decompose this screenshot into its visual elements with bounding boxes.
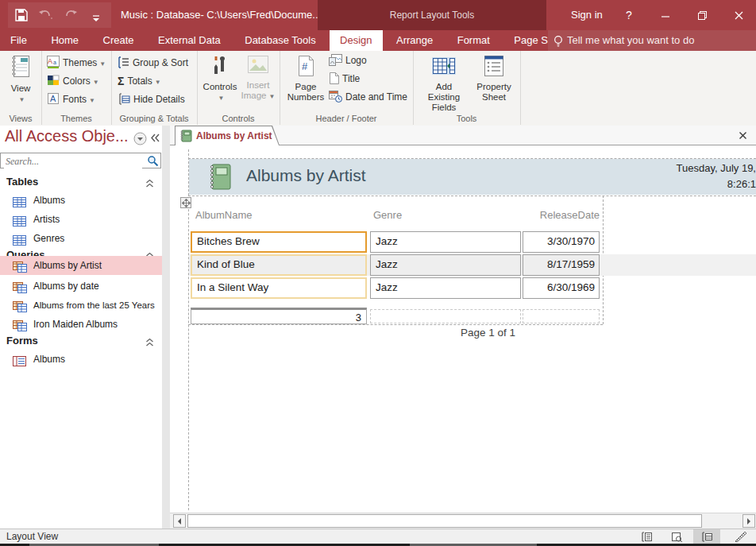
- scroll-left-icon[interactable]: [173, 514, 186, 528]
- empty-total-placeholder[interactable]: [523, 309, 600, 323]
- cell-album-1[interactable]: Bitches Brew: [191, 231, 367, 253]
- svg-text:A: A: [50, 94, 56, 103]
- undo-icon[interactable]: [38, 9, 51, 21]
- view-button[interactable]: View ▼: [1, 53, 40, 105]
- tab-file[interactable]: File: [0, 30, 37, 51]
- cell-album-3[interactable]: In a Silent Way: [191, 277, 367, 299]
- tab-external-data[interactable]: External Data: [148, 30, 231, 51]
- nav-item-label: Artists: [33, 214, 60, 225]
- nav-item-table-genres[interactable]: Genres: [0, 229, 162, 248]
- cell-date-3[interactable]: 6/30/1969: [523, 277, 600, 299]
- report-view-icon[interactable]: [633, 529, 660, 544]
- cell-date-2[interactable]: 8/17/1959: [523, 254, 600, 276]
- cell-date-1[interactable]: 3/30/1970: [523, 231, 600, 253]
- property-sheet-button[interactable]: Property Sheet: [473, 53, 515, 103]
- design-view-icon[interactable]: [727, 529, 754, 544]
- total-count-cell[interactable]: 3: [191, 308, 367, 324]
- minimize-button[interactable]: [648, 0, 683, 30]
- collapse-pane-icon[interactable]: [150, 132, 160, 146]
- help-button[interactable]: ?: [615, 0, 642, 30]
- group-sort-button[interactable]: Group & Sort: [118, 55, 188, 72]
- report-title[interactable]: Albums by Artist: [246, 166, 366, 185]
- document-tab-albums-by-artist[interactable]: Albums by Artist: [176, 126, 279, 145]
- insert-image-label2: Image: [241, 91, 267, 100]
- group-label-themes: Themes: [41, 114, 111, 123]
- title-bar: Music : Database- C:\Users\Fred\Docume..…: [0, 0, 756, 30]
- title-button[interactable]: Title: [329, 71, 360, 87]
- nav-item-form-albums[interactable]: Albums: [0, 350, 162, 369]
- totals-button[interactable]: ΣTotals▼: [118, 73, 161, 90]
- search-input[interactable]: [4, 155, 142, 169]
- print-preview-icon[interactable]: [663, 529, 690, 544]
- tab-create[interactable]: Create: [93, 30, 145, 51]
- search-icon[interactable]: [147, 155, 159, 170]
- date-time-button[interactable]: Date and Time: [329, 89, 407, 106]
- tab-database-tools[interactable]: Database Tools: [234, 30, 326, 51]
- hide-details-icon: [118, 93, 130, 110]
- column-header-albumname[interactable]: AlbumName: [195, 209, 253, 221]
- nav-group-tables-label: Tables: [6, 176, 38, 188]
- layout-view-icon[interactable]: [693, 529, 720, 544]
- column-header-genre[interactable]: Genre: [373, 209, 402, 221]
- insert-image-label1: Insert: [247, 80, 270, 90]
- empty-total-placeholder[interactable]: [370, 309, 521, 323]
- totals-label: Totals: [127, 76, 152, 87]
- fonts-button[interactable]: A Fonts▼: [47, 91, 95, 108]
- navigation-pane: All Access Obje... Tables Albums Artists: [0, 126, 163, 529]
- tab-design[interactable]: Design: [330, 30, 382, 51]
- move-handle-icon[interactable]: [180, 197, 191, 208]
- ribbon-tab-row: File Home Create External Data Database …: [0, 30, 756, 51]
- themes-button[interactable]: Aa Themes▼: [47, 55, 106, 72]
- nav-item-query-albums-by-artist[interactable]: Albums by Artist: [0, 256, 162, 275]
- close-window-button[interactable]: [721, 0, 756, 30]
- tell-me-box[interactable]: Tell me what you want to do: [548, 30, 756, 51]
- access-window: Music : Database- C:\Users\Fred\Docume..…: [0, 0, 756, 546]
- cell-genre-3[interactable]: Jazz: [370, 277, 521, 299]
- ribbon-group-tools: Add Existing Fields Property Sheet Tools: [413, 51, 521, 125]
- close-document-icon[interactable]: [735, 128, 750, 142]
- add-existing-fields-button[interactable]: Add Existing Fields: [419, 53, 469, 113]
- nav-pane-title[interactable]: All Access Obje...: [5, 127, 129, 145]
- cell-genre-2[interactable]: Jazz: [370, 254, 521, 276]
- controls-button[interactable]: Controls ▼: [200, 53, 240, 103]
- column-header-releasedate[interactable]: ReleaseDate: [523, 209, 600, 221]
- report-notebook-icon: [206, 163, 232, 194]
- nav-item-query-albums-by-date[interactable]: Albums by date: [0, 277, 162, 296]
- cell-album-2[interactable]: Kind of Blue: [191, 254, 367, 276]
- colors-button[interactable]: Colors▼: [47, 73, 99, 90]
- restore-button[interactable]: [685, 0, 719, 30]
- save-icon[interactable]: [15, 9, 28, 21]
- report-date-label[interactable]: Tuesday, July 19,: [677, 162, 756, 174]
- tab-format[interactable]: Format: [447, 30, 500, 51]
- nav-menu-chevron-circle-icon[interactable]: [133, 132, 147, 149]
- tab-arrange[interactable]: Arrange: [386, 30, 443, 51]
- ribbon: View ▼ Views Aa Themes▼ Colors▼ A Fonts▼: [0, 51, 756, 126]
- insert-image-button[interactable]: Insert Image▼: [238, 53, 278, 102]
- hide-details-button[interactable]: Hide Details: [118, 91, 185, 108]
- logo-button[interactable]: Logo: [329, 52, 367, 69]
- nav-group-tables[interactable]: Tables: [0, 173, 162, 191]
- ribbon-group-controls: Controls ▼ Insert Image▼ Controls: [197, 51, 280, 125]
- cell-genre-1[interactable]: Jazz: [370, 231, 521, 253]
- qat-customize-icon[interactable]: [92, 11, 105, 24]
- nav-item-query-iron-maiden[interactable]: Iron Maiden Albums: [0, 315, 162, 334]
- report-time-label[interactable]: 8:26:1: [727, 178, 756, 190]
- nav-item-table-albums[interactable]: Albums: [0, 191, 162, 210]
- logo-icon: [329, 54, 342, 72]
- status-view-label: Layout View: [6, 530, 58, 544]
- tab-home[interactable]: Home: [40, 30, 89, 51]
- status-bar: Layout View: [0, 529, 756, 544]
- svg-text:A: A: [48, 57, 52, 65]
- nav-item-label: Albums by date: [33, 281, 99, 292]
- redo-icon[interactable]: [64, 9, 76, 21]
- chevron-down-icon: ▼: [89, 97, 95, 104]
- nav-item-query-albums-last-25[interactable]: Albums from the last 25 Years: [0, 296, 162, 315]
- scroll-right-icon[interactable]: [742, 514, 755, 528]
- sign-in-button[interactable]: Sign in: [560, 0, 614, 30]
- nav-group-forms[interactable]: Forms: [0, 332, 162, 350]
- page-footer-label[interactable]: Page 1 of 1: [461, 327, 515, 339]
- scrollbar-thumb[interactable]: [187, 514, 702, 528]
- nav-item-table-artists[interactable]: Artists: [0, 210, 162, 229]
- svg-text:#: #: [302, 60, 308, 72]
- page-numbers-button[interactable]: # Page Numbers: [286, 53, 326, 103]
